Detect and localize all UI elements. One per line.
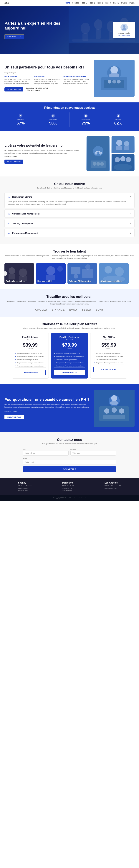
partner-col-mission-text: Sample text. Click to select the text bo… [4, 78, 32, 85]
accordion-header-2[interactable]: 03. Training Development ∨ [5, 219, 134, 227]
accordion-num-0: 01. [8, 196, 10, 198]
plan-2-btn[interactable]: CHOISIR UN PLAN [94, 367, 124, 372]
svg-point-39 [96, 162, 100, 166]
stat-formations: Formations 90% [37, 113, 70, 127]
partner-col-mission: Notre mission Sample text. Click to sele… [4, 75, 32, 85]
accordion-header-1[interactable]: 02. Compensation Management ∨ [5, 210, 134, 217]
nav-link-contact[interactable]: Contact [72, 2, 78, 4]
contact-lastname-input[interactable] [70, 451, 116, 456]
contact-email-input[interactable] [23, 460, 116, 464]
nav-link-page2[interactable]: Page 2 [89, 2, 95, 4]
svg-point-29 [86, 116, 87, 117]
plan-0-btn[interactable]: CHOISIR UN PLAN [15, 370, 45, 375]
nav-link-home[interactable]: Home [65, 2, 70, 4]
svg-rect-62 [82, 269, 94, 278]
stat-avantages: Avantages 67% [4, 113, 37, 127]
plan-2-price: $59,99 [94, 342, 124, 348]
plan-1-feat-4: Programme d'avantages sociaux de base [54, 365, 85, 368]
pricing-section: Choisissez le meilleur plan tarifaire Ni… [0, 317, 139, 384]
accordion-num-2: 03. [8, 223, 10, 224]
accordion-title-2: Training Development [12, 222, 34, 224]
partner-cta-button[interactable]: EN SAVOIR PLUS [4, 87, 23, 91]
leadership-cta-button[interactable]: EN SAVOIR PLUS [4, 160, 23, 164]
stats-row: Avantages 67% Formations 90% Recrutement… [4, 113, 135, 127]
partner-col-value-title: Notre valeur fondamentale [63, 75, 90, 78]
plan-0-label: Plan RH de base [15, 336, 45, 338]
carousel: ‹ Recherche de cadres [4, 263, 135, 284]
accordion-num-1: 02. [8, 213, 10, 215]
partner-phone-label: Appellez 24h-24h et 7/7 [26, 87, 48, 89]
pricing-subtitle: Nisi eu venenatis vivamus maecenas accum… [4, 327, 135, 329]
leadership-author: Image de Emploi [4, 155, 83, 157]
plan-1-feat-1: Programme d'avantages sociaux de base [54, 355, 85, 358]
accordion-header-0[interactable]: 01. Recruitment Staffing ∧ [5, 193, 134, 200]
plan-0-feat-3: Programme d'avantages sociaux de base [15, 361, 45, 365]
motives-section: Ce qui nous motive Sample text. Click to… [0, 177, 139, 244]
chevron-down-icon-2: ∨ [130, 222, 131, 224]
leadership-left: Libérez votre potentiel de leadership Di… [4, 144, 83, 164]
accordion-item-0: 01. Recruitment Staffing ∧ Lorem ipsum d… [4, 193, 135, 208]
accordion-header-3[interactable]: 04. Performance Management ∨ [5, 229, 134, 237]
plan-0-feat-1: Programme d'avantages sociaux de base [15, 355, 45, 358]
svg-point-15 [110, 66, 118, 74]
hero-cta-button[interactable]: EN SAVOIR PLUS [4, 34, 24, 39]
leadership-images [86, 136, 135, 171]
svg-rect-45 [124, 146, 129, 150]
users-icon [84, 114, 88, 118]
partner-img-label: Image de Emploi [4, 72, 90, 74]
hero-title: Parlez à un expert en RH dès aujourd'hui [4, 21, 66, 31]
svg-point-66 [105, 266, 112, 274]
plan-0-price: $39,99 [15, 342, 45, 348]
svg-point-63 [74, 274, 78, 279]
partner-col-value-text: Sample text. Click to select the text bo… [63, 78, 90, 85]
contact-name-input[interactable] [23, 451, 69, 456]
plan-1-label: Plan RH d'entreprise [54, 336, 85, 338]
svg-point-54 [19, 269, 27, 277]
partner-columns: Notre mission Sample text. Click to sele… [4, 75, 90, 85]
partners-logos: CROLLA BINANCE EVGA TESLA SONY [4, 308, 135, 311]
contact-submit-button[interactable]: SOUMETTRE [23, 466, 116, 472]
svg-rect-32 [119, 115, 119, 117]
footer-office-sydney: Sydney 46, Chemin Fontaine Sydney 29000 … [18, 482, 32, 492]
footer-city-la: Los Angeles [105, 482, 121, 484]
stat-methode: Méthode 62% [102, 113, 135, 127]
partner-col-vision: Notre vision Sample text. Click to selec… [34, 75, 61, 85]
chevron-down-icon-3: ∨ [130, 231, 131, 234]
partner-left: Un seul partenaire pour tous vos besoins… [4, 65, 90, 92]
hero-content: Parlez à un expert en RH dès aujourd'hui… [0, 16, 70, 45]
footer-office-melbourne: Melbourne 143 Collins St. 48, Melbourne … [62, 482, 74, 492]
partner-title: Un seul partenaire pour tous vos besoins… [4, 65, 90, 69]
accordion-title-0: Recruitment Staffing [12, 196, 32, 198]
partner-phone-number: (352) 623-4969 [26, 89, 48, 92]
nav-link-page3[interactable]: Page 3 [97, 2, 103, 4]
svg-point-50 [114, 164, 132, 170]
plan-1-features: Assurance mandats satisfait et GLIA? Pro… [54, 352, 85, 368]
nav-link-page5[interactable]: Page 5 [113, 2, 119, 4]
plan-2-period: / mois il [94, 348, 124, 349]
svg-point-38 [93, 162, 96, 166]
logo-sony: SONY [96, 308, 104, 311]
svg-point-49 [126, 157, 131, 162]
footer: Sydney 46, Chemin Fontaine Sydney 29000 … [0, 478, 139, 495]
svg-rect-61 [71, 267, 80, 274]
plan-2-feat-2: Assurance d'avantages de base [94, 358, 124, 361]
nav-link-page1[interactable]: Page 1 [81, 2, 87, 4]
accordion-item-3: 04. Performance Management ∨ [4, 229, 135, 237]
svg-point-21 [117, 80, 120, 84]
motives-title: Ce qui nous motive [4, 182, 135, 186]
hero-card-link[interactable]: EN SAVOIR PLUS [116, 35, 133, 36]
svg-rect-31 [118, 116, 118, 117]
nav-link-page4[interactable]: Page 4 [105, 2, 111, 4]
nav-link-page6[interactable]: Page 6 [121, 2, 127, 4]
carousel-card-1: Recrutement RH [36, 263, 66, 284]
accordion-item-2: 03. Training Development ∨ [4, 219, 135, 227]
pricing-card-1: Plan RH d'entreprise Pour les il $79,99 … [51, 333, 88, 378]
stat-methode-label: Méthode [115, 118, 121, 120]
contact-form: Nom Prénom Email SOUMETTRE [23, 448, 116, 472]
plan-1-btn[interactable]: CHOISIR UN PLAN [54, 370, 85, 375]
hero-card: Imagine Emploi EN SAVOIR PLUS [113, 22, 135, 38]
plan-1-feat-2: Assurance d'avantages de base [54, 358, 85, 361]
why-cta-button[interactable]: EN SAVOIR PLUS [4, 415, 24, 419]
leadership-title: Libérez votre potentiel de leadership [4, 144, 83, 148]
nav-link-page7[interactable]: Page 7 [129, 2, 135, 4]
